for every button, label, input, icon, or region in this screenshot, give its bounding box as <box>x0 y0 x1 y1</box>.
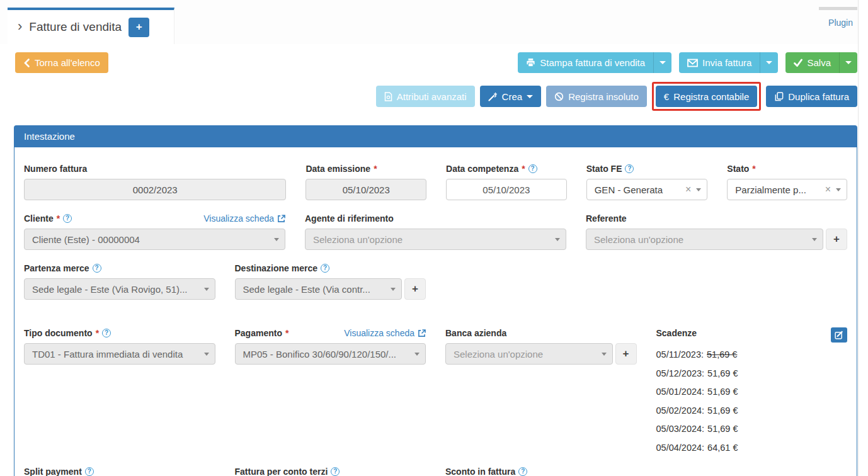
tab-bar: › Fatture di vendita + Plugin <box>0 0 868 44</box>
dropdown-caret-icon <box>414 353 420 356</box>
copy-icon <box>774 92 784 101</box>
field-data-emissione: Data emissione* 05/10/2023 <box>306 163 426 200</box>
back-to-list-button[interactable]: Torna all'elenco <box>15 52 108 73</box>
dropdown-caret-icon <box>555 238 560 241</box>
inactive-tab-top <box>819 7 857 10</box>
intestazione-panel: Intestazione Numero fattura 0002/2023 Da… <box>14 125 857 476</box>
help-icon: ? <box>85 467 94 476</box>
add-invoice-button[interactable]: + <box>128 18 149 37</box>
dropdown-caret-icon <box>696 188 701 191</box>
external-link-icon <box>418 329 426 337</box>
view-payment-link[interactable]: Visualizza scheda <box>344 328 426 338</box>
euro-icon: € <box>664 91 669 102</box>
add-banca-button[interactable]: + <box>615 343 637 365</box>
help-icon: ? <box>528 164 537 173</box>
dropdown-caret-icon <box>274 238 279 241</box>
dropdown-caret-icon <box>812 238 817 241</box>
scadenza-item: 05/12/2023:51,69 € <box>656 365 848 383</box>
scadenza-item: 05/04/2024:64,61 € <box>656 439 848 458</box>
partenza-merce-select[interactable]: Sede legale - Este (Via Rovigo, 51)... <box>24 278 215 300</box>
add-destinazione-button[interactable]: + <box>404 278 426 300</box>
edit-scadenze-button[interactable] <box>831 327 847 343</box>
dropdown-caret-icon <box>836 188 841 191</box>
field-split-payment: Split payment? <box>24 466 215 476</box>
field-label: Tipo documento <box>24 328 93 338</box>
tipo-documento-select[interactable]: TD01 - Fattura immediata di vendita <box>24 343 215 365</box>
help-icon: ? <box>518 467 527 476</box>
panel-title: Intestazione <box>24 131 75 142</box>
annotation-highlight: € Registra contabile <box>652 82 761 111</box>
clear-selection-icon[interactable]: × <box>685 184 691 195</box>
create-dropdown-button[interactable]: Crea <box>480 86 542 107</box>
panel-header: Intestazione <box>14 125 857 147</box>
save-dropdown-toggle[interactable] <box>839 52 857 73</box>
caret-down-icon <box>845 61 852 64</box>
field-label: Stato FE <box>586 164 622 174</box>
page-title: Fatture di vendita <box>29 20 122 34</box>
field-label: Destinazione merce <box>235 263 318 273</box>
banca-azienda-select[interactable]: Seleziona un'opzione <box>445 343 613 365</box>
cliente-select[interactable]: Cliente (Este) - 00000004 <box>24 229 285 250</box>
scadenza-item: 05/03/2024:51,69 € <box>656 420 848 439</box>
plugin-link[interactable]: Plugin <box>828 18 853 28</box>
field-stato: Stato* Parzialmente p... × <box>727 163 847 200</box>
send-button-group: Invia fattura <box>679 52 778 73</box>
chevron-right-icon: › <box>18 20 22 33</box>
destinazione-merce-select[interactable]: Sede legale - Este (Via contr... <box>235 278 403 300</box>
view-customer-link[interactable]: Visualizza scheda <box>203 213 285 224</box>
tab-fatture-di-vendita[interactable]: › Fatture di vendita + <box>8 8 174 44</box>
save-button[interactable]: Salva <box>785 52 839 73</box>
field-label: Banca azienda <box>445 328 506 338</box>
field-label: Cliente <box>24 213 54 224</box>
numero-fattura-input: 0002/2023 <box>24 179 286 200</box>
field-label: Partenza merce <box>24 263 89 273</box>
help-icon: ? <box>331 467 340 476</box>
stato-fe-select[interactable]: GEN - Generata × <box>586 179 708 200</box>
referente-select[interactable]: Seleziona un'opzione <box>586 229 823 250</box>
add-referente-button[interactable]: + <box>826 229 847 250</box>
field-referente: Referente Seleziona un'opzione + <box>586 213 847 250</box>
scadenze-list: 05/11/2023:51,69 €05/12/2023:51,69 €05/0… <box>656 346 848 457</box>
field-label: Fattura per conto terzi <box>235 467 328 476</box>
send-dropdown-toggle[interactable] <box>760 52 778 73</box>
agente-select[interactable]: Seleziona un'opzione <box>305 229 566 250</box>
field-cliente: Cliente*? Visualizza scheda Cliente (Est… <box>24 213 285 250</box>
field-data-competenza: Data competenza*? 05/10/2023 <box>446 163 567 200</box>
field-agente: Agente di riferimento Seleziona un'opzio… <box>305 213 566 250</box>
help-icon: ? <box>63 214 72 223</box>
field-label: Data competenza <box>446 164 518 174</box>
help-icon: ? <box>93 264 101 273</box>
register-unpaid-button[interactable]: Registra insoluto <box>546 86 647 107</box>
field-partenza-merce: Partenza merce? Sede legale - Este (Via … <box>24 263 215 300</box>
ban-icon <box>554 92 564 101</box>
data-emissione-input: 05/10/2023 <box>306 179 426 200</box>
required-marker: * <box>522 164 525 174</box>
field-label: Scadenze <box>656 328 697 338</box>
dropdown-caret-icon <box>391 288 396 291</box>
send-invoice-button[interactable]: Invia fattura <box>679 52 760 73</box>
panel-body: Numero fattura 0002/2023 Data emissione*… <box>14 147 857 476</box>
field-sconto-fattura: Sconto in fattura? <box>445 466 637 476</box>
duplicate-invoice-button[interactable]: Duplica fattura <box>766 86 857 107</box>
data-competenza-input[interactable]: 05/10/2023 <box>446 179 567 200</box>
envelope-icon <box>687 59 698 67</box>
required-marker: * <box>96 328 99 338</box>
file-icon <box>384 92 392 101</box>
print-button-group: Stampa fattura di vendita <box>518 52 671 73</box>
register-accounting-button[interactable]: € Registra contabile <box>656 86 757 107</box>
print-invoice-button[interactable]: Stampa fattura di vendita <box>518 52 653 73</box>
toolbar: Torna all'elenco Stampa fattura di vendi… <box>0 52 868 73</box>
field-label: Pagamento <box>235 328 282 338</box>
print-dropdown-toggle[interactable] <box>653 52 671 73</box>
field-label: Referente <box>586 213 627 224</box>
field-destinazione-merce: Destinazione merce? Sede legale - Este (… <box>235 263 426 300</box>
required-marker: * <box>752 164 755 174</box>
stato-select[interactable]: Parzialmente p... × <box>727 179 847 200</box>
pencil-square-icon <box>835 331 843 339</box>
advanced-attributes-button[interactable]: Attributi avanzati <box>376 86 475 107</box>
required-marker: * <box>374 164 377 174</box>
pagamento-select[interactable]: MP05 - Bonifico 30/60/90/120/150/... <box>235 343 426 365</box>
caret-down-icon <box>527 95 533 98</box>
field-label: Stato <box>727 164 749 174</box>
clear-selection-icon[interactable]: × <box>825 184 831 195</box>
